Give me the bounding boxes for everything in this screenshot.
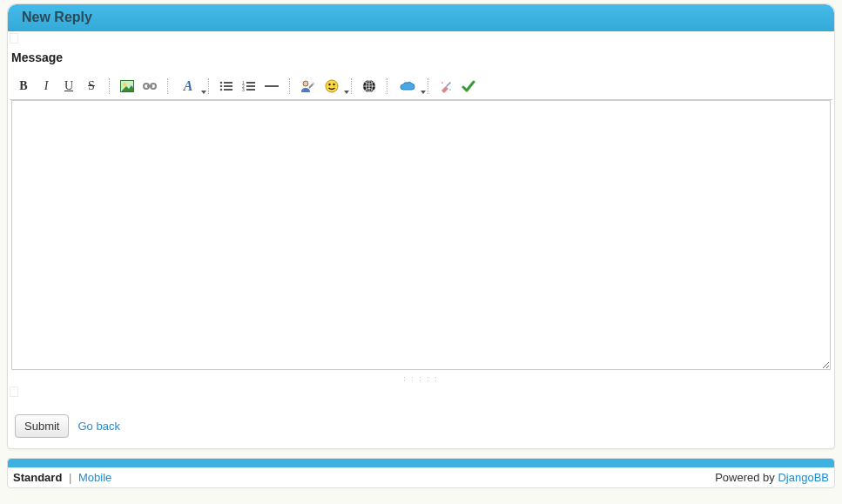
globe-icon <box>362 79 376 93</box>
svg-point-5 <box>220 82 223 84</box>
image-button[interactable] <box>117 77 138 96</box>
collapsed-field-bottom <box>10 386 18 397</box>
toolbar-separator <box>109 78 110 94</box>
svg-rect-12 <box>246 82 255 84</box>
resize-grip[interactable]: : : : : : <box>10 374 832 383</box>
underline-button[interactable]: U <box>58 77 79 96</box>
form-actions: Submit Go back <box>10 414 832 443</box>
editor-toolbar: B I U S A <box>10 73 832 100</box>
link-icon <box>143 81 157 91</box>
svg-point-26 <box>449 89 451 91</box>
italic-button[interactable]: I <box>36 77 57 96</box>
svg-rect-10 <box>224 89 232 91</box>
djangobb-link[interactable]: DjangoBB <box>778 471 829 484</box>
toolbar-separator <box>167 78 168 94</box>
svg-point-25 <box>441 82 443 84</box>
cloud-icon <box>400 81 415 91</box>
ordered-list-button[interactable]: 1 2 3 <box>239 77 259 96</box>
link-button[interactable] <box>139 77 160 96</box>
svg-point-18 <box>303 81 308 86</box>
hr-button[interactable] <box>261 77 282 96</box>
smiley-button[interactable] <box>320 77 344 96</box>
image-icon <box>120 80 134 92</box>
footer-separator: | <box>69 471 71 484</box>
toolbar-separator <box>351 78 352 94</box>
submit-button[interactable]: Submit <box>15 414 69 438</box>
unordered-list-button[interactable] <box>216 77 237 96</box>
footer-row: Standard | Mobile Powered by DjangoBB <box>8 467 834 487</box>
svg-text:3: 3 <box>242 87 245 92</box>
svg-rect-4 <box>147 85 152 87</box>
toolbar-separator <box>208 78 209 94</box>
svg-rect-6 <box>224 82 232 84</box>
svg-rect-8 <box>224 85 232 87</box>
new-reply-panel: New Reply Message B I U S <box>7 3 835 449</box>
panel-title: New Reply <box>8 4 834 31</box>
toolbar-separator <box>428 78 428 94</box>
chevron-down-icon <box>201 91 206 94</box>
powered-by-text: Powered by <box>715 471 778 484</box>
chevron-down-icon <box>421 91 426 94</box>
svg-rect-14 <box>246 85 255 87</box>
footer-accent <box>8 459 834 467</box>
svg-rect-16 <box>246 89 255 91</box>
toolbar-separator <box>387 78 387 94</box>
page-footer: Standard | Mobile Powered by DjangoBB <box>7 458 835 488</box>
ul-icon <box>219 80 233 92</box>
strike-button[interactable]: S <box>81 77 102 96</box>
clean-button[interactable] <box>435 77 456 96</box>
go-back-link[interactable]: Go back <box>77 420 119 433</box>
hr-icon <box>265 84 279 89</box>
user-button[interactable] <box>297 77 318 96</box>
view-switcher: Standard | Mobile <box>13 471 111 484</box>
standard-view: Standard <box>13 471 62 484</box>
clean-icon <box>439 79 453 93</box>
svg-point-21 <box>328 84 330 85</box>
powered-by: Powered by DjangoBB <box>715 471 829 484</box>
message-label: Message <box>10 47 832 73</box>
check-button[interactable] <box>458 77 479 96</box>
toolbar-separator <box>289 78 290 94</box>
svg-rect-17 <box>265 85 279 87</box>
svg-point-22 <box>333 84 334 85</box>
collapsed-field-top <box>10 33 18 44</box>
smiley-icon <box>325 79 339 93</box>
chevron-down-icon <box>344 91 349 94</box>
font-icon: A <box>184 78 193 94</box>
svg-point-1 <box>123 83 126 86</box>
svg-point-9 <box>220 89 223 91</box>
check-icon <box>461 79 475 93</box>
cloud-button[interactable] <box>394 77 421 96</box>
svg-point-20 <box>326 80 338 92</box>
ol-icon: 1 2 3 <box>242 80 256 92</box>
svg-point-7 <box>220 85 223 88</box>
user-icon <box>300 79 314 93</box>
globe-button[interactable] <box>359 77 380 96</box>
font-button[interactable]: A <box>175 77 201 96</box>
bold-button[interactable]: B <box>13 77 34 96</box>
message-textarea[interactable] <box>11 100 831 370</box>
mobile-view-link[interactable]: Mobile <box>78 471 111 484</box>
panel-body: Message B I U S <box>8 31 834 448</box>
